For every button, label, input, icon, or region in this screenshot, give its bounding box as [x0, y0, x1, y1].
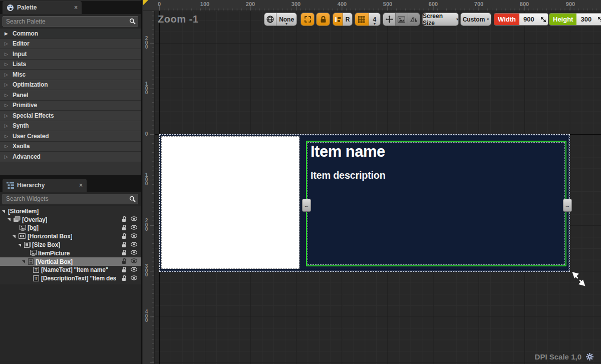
scale-preset-dropdown[interactable]: Custom▾: [460, 13, 491, 26]
ruler-tick-label: 700: [474, 1, 483, 7]
grid-size-dropdown[interactable]: 4 ▾: [369, 13, 380, 26]
eye-icon[interactable]: [131, 233, 137, 238]
lock-open-icon[interactable]: [122, 216, 127, 222]
resize-cursor-icon[interactable]: [572, 271, 586, 286]
flip-icon: [410, 16, 418, 23]
ruler-tick-label: 200: [246, 1, 255, 7]
size-box-icon: [24, 242, 31, 248]
storeitem-widget-root[interactable]: Item name Item description ← →: [159, 134, 570, 272]
height-control: Height 300: [549, 13, 601, 26]
expand-arrow-icon: ▷: [5, 113, 10, 118]
lock-closed-icon: [320, 16, 327, 23]
lock-open-icon[interactable]: [122, 250, 127, 256]
palette-search-input[interactable]: [3, 16, 138, 27]
hierarchy-tab-close-icon[interactable]: ×: [79, 182, 83, 189]
nametext-widget[interactable]: Item name: [311, 143, 385, 161]
lock-widgets-toggle[interactable]: [316, 13, 330, 26]
lock-open-icon[interactable]: [122, 267, 127, 273]
eye-icon[interactable]: [131, 267, 137, 272]
hierarchy-tab[interactable]: Hierarchy ×: [3, 179, 87, 192]
expander-icon[interactable]: [8, 218, 11, 221]
palette-category-lists[interactable]: ▷Lists: [0, 60, 141, 70]
palette-category-primitive[interactable]: ▷Primitive: [0, 101, 141, 111]
tree-row-descriptiontext[interactable]: T [DescriptionText] "Item des: [0, 274, 141, 283]
ruler-corner-marker: [143, 0, 148, 6]
tree-row-horizontal-box[interactable]: [Horizontal Box]: [0, 232, 141, 241]
widget-outline-toggle[interactable]: [333, 13, 343, 26]
lock-open-icon[interactable]: [122, 275, 127, 281]
itempicture-widget[interactable]: [161, 136, 299, 269]
palette-category-common[interactable]: ▶Common: [0, 29, 141, 39]
tree-row-nametext[interactable]: T [NameText] "Item name": [0, 266, 141, 274]
lock-open-icon[interactable]: [122, 258, 127, 264]
palette-category-input[interactable]: ▷Input: [0, 49, 141, 60]
image-icon: [398, 17, 405, 23]
eye-icon[interactable]: [131, 250, 137, 255]
palette-category-optimization[interactable]: ▷Optimization: [0, 80, 141, 91]
expand-arrow-icon: ▷: [5, 72, 10, 77]
grid-snap-toggle[interactable]: [355, 13, 369, 26]
palette-category-special-effects[interactable]: ▷Special Effects: [0, 111, 141, 121]
dpi-scale-label: DPI Scale 1,0: [535, 352, 581, 361]
palette-category-synth[interactable]: ▷Synth: [0, 121, 141, 132]
tree-row-storeitem[interactable]: [StoreItem]: [0, 207, 141, 216]
palette-category-panel[interactable]: ▷Panel: [0, 90, 141, 101]
gear-icon[interactable]: [585, 352, 594, 361]
hierarchy-search-input[interactable]: [3, 194, 138, 204]
expand-arrow-icon: ▷: [5, 134, 10, 139]
expander-icon[interactable]: [13, 235, 16, 238]
palette-tab-close-icon[interactable]: ×: [74, 4, 78, 11]
eye-icon[interactable]: [131, 216, 137, 221]
text-icon: T: [33, 275, 39, 281]
palette-category-advanced[interactable]: ▷Advanced: [0, 152, 141, 162]
shift-right-button[interactable]: →: [563, 199, 572, 212]
palette-category-misc[interactable]: ▷Misc: [0, 70, 141, 80]
translate-tool-button[interactable]: [383, 13, 395, 26]
move-icon: [386, 16, 393, 23]
dashed-outline-toggle[interactable]: [300, 13, 315, 26]
width-input[interactable]: 900: [519, 14, 548, 25]
palette-tab-bar: Palette ×: [0, 1, 141, 14]
eye-icon[interactable]: [131, 242, 137, 247]
lock-open-icon[interactable]: [122, 233, 127, 239]
respect-locks-toggle[interactable]: R: [343, 13, 352, 26]
expander-icon[interactable]: [22, 260, 25, 263]
palette-category-xsolla[interactable]: ▷Xsolla: [0, 142, 141, 152]
expander-icon[interactable]: [2, 210, 5, 213]
design-canvas[interactable]: Zoom -1 Item name Item description ← →: [155, 11, 601, 364]
palette-category-user-created[interactable]: ▷User Created: [0, 131, 141, 142]
expand-arrow-icon: ▷: [5, 62, 10, 67]
localization-none-group: None ▾: [264, 13, 297, 26]
preview-language-dropdown[interactable]: None ▾: [276, 13, 296, 26]
tree-row-bg[interactable]: [bg]: [0, 224, 141, 232]
lock-open-icon[interactable]: [122, 225, 127, 231]
designer-area: 0 100 200 300 400 500 600 700 800 900 20…: [143, 0, 601, 364]
tree-row-size-box[interactable]: [Size Box]: [0, 241, 141, 249]
tree-row-vertical-box[interactable]: [Vertical Box]: [0, 257, 141, 266]
arrow-left-icon: ←: [304, 202, 310, 208]
eye-icon[interactable]: [131, 225, 137, 230]
hierarchy-empty-area: [0, 284, 141, 361]
expand-arrow-icon: ▶: [5, 31, 10, 36]
screen-size-dropdown[interactable]: Screen Size▾: [422, 13, 459, 26]
hierarchy-icon: [7, 182, 14, 189]
tree-row-itempicture[interactable]: ItemPicture: [0, 249, 141, 257]
palette-tab[interactable]: Palette ×: [3, 1, 82, 14]
ruler-tick-label: 400: [338, 1, 347, 7]
ruler-tick-label: 200: [144, 37, 149, 50]
eye-icon[interactable]: [131, 258, 137, 263]
descriptiontext-widget[interactable]: Item description: [311, 170, 386, 181]
shift-left-button[interactable]: ←: [302, 199, 311, 212]
localization-preview-button[interactable]: [264, 13, 276, 26]
expander-icon[interactable]: [18, 244, 21, 247]
flip-direction-button[interactable]: [408, 13, 420, 26]
tree-row-overlay[interactable]: [Overlay]: [0, 215, 141, 224]
preview-background-button[interactable]: [395, 13, 407, 26]
resize-diagonal-icon: [598, 17, 601, 22]
height-input[interactable]: 300: [576, 14, 601, 25]
lock-open-icon[interactable]: [122, 242, 127, 248]
expand-arrow-icon: ▷: [5, 93, 10, 98]
eye-icon[interactable]: [131, 275, 137, 280]
palette-category-editor[interactable]: ▷Editor: [0, 39, 141, 50]
vertical-box-widget-selected[interactable]: Item name Item description: [306, 141, 566, 266]
